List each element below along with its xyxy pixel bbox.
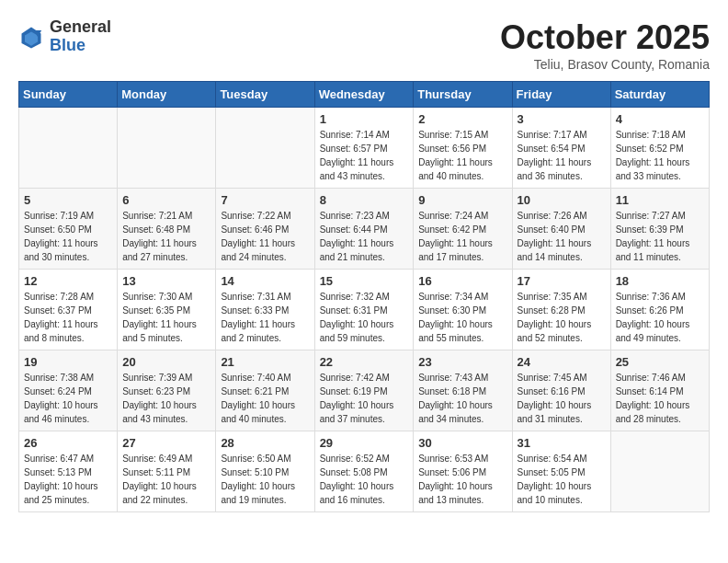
sunset-label: Sunset: 6:37 PM [24,305,92,316]
sunset-label: Sunset: 6:30 PM [418,305,486,316]
sunrise-label: Sunrise: 7:17 AM [518,130,587,140]
day-number: 19 [24,355,112,369]
sunset-label: Sunset: 6:48 PM [122,224,190,235]
day-info: Sunrise: 7:40 AM Sunset: 6:21 PM Dayligh… [221,371,309,426]
day-info: Sunrise: 6:54 AM Sunset: 5:05 PM Dayligh… [518,452,606,507]
calendar-week-row: 19 Sunrise: 7:38 AM Sunset: 6:24 PM Dayl… [19,350,710,431]
sunrise-label: Sunrise: 6:53 AM [418,454,488,464]
calendar-cell: 26 Sunrise: 6:47 AM Sunset: 5:13 PM Dayl… [19,431,118,512]
daylight-label: Daylight: 11 hours and 2 minutes. [221,319,295,343]
day-info: Sunrise: 7:26 AM Sunset: 6:40 PM Dayligh… [518,209,606,264]
sunset-label: Sunset: 6:28 PM [518,305,586,316]
day-info: Sunrise: 7:31 AM Sunset: 6:33 PM Dayligh… [221,290,309,345]
calendar-cell: 5 Sunrise: 7:19 AM Sunset: 6:50 PM Dayli… [19,189,118,270]
day-number: 21 [221,355,309,369]
calendar-week-row: 12 Sunrise: 7:28 AM Sunset: 6:37 PM Dayl… [19,270,710,350]
daylight-label: Daylight: 11 hours and 24 minutes. [221,238,295,262]
daylight-label: Daylight: 10 hours and 16 minutes. [320,481,394,505]
sunrise-label: Sunrise: 7:21 AM [122,211,192,221]
calendar-cell: 24 Sunrise: 7:45 AM Sunset: 6:16 PM Dayl… [512,350,610,431]
day-number: 15 [320,274,409,288]
sunset-label: Sunset: 6:35 PM [122,305,190,316]
calendar-cell: 10 Sunrise: 7:26 AM Sunset: 6:40 PM Dayl… [512,189,610,270]
calendar-cell: 14 Sunrise: 7:31 AM Sunset: 6:33 PM Dayl… [216,270,314,350]
calendar-cell: 3 Sunrise: 7:17 AM Sunset: 6:54 PM Dayli… [512,108,610,189]
daylight-label: Daylight: 11 hours and 30 minutes. [24,238,98,262]
sunset-label: Sunset: 6:16 PM [518,386,586,396]
daylight-label: Daylight: 10 hours and 52 minutes. [518,319,592,343]
day-number: 17 [518,274,606,288]
logo-icon [18,24,44,50]
calendar-cell [118,108,216,189]
sunset-label: Sunset: 6:19 PM [320,386,388,396]
day-number: 14 [221,274,309,288]
day-number: 12 [24,274,112,288]
daylight-label: Daylight: 10 hours and 10 minutes. [518,481,592,505]
day-number: 16 [418,274,506,288]
sunrise-label: Sunrise: 7:36 AM [616,292,686,302]
sunrise-label: Sunrise: 7:40 AM [221,373,290,383]
calendar-week-row: 1 Sunrise: 7:14 AM Sunset: 6:57 PM Dayli… [19,108,710,189]
sunrise-label: Sunrise: 7:34 AM [418,292,488,302]
daylight-label: Daylight: 10 hours and 22 minutes. [122,481,197,505]
day-info: Sunrise: 7:35 AM Sunset: 6:28 PM Dayligh… [518,290,606,345]
calendar-week-row: 5 Sunrise: 7:19 AM Sunset: 6:50 PM Dayli… [19,189,710,270]
sunset-label: Sunset: 6:24 PM [24,386,92,396]
sunset-label: Sunset: 5:10 PM [221,467,289,477]
sunset-label: Sunset: 6:40 PM [518,224,586,235]
sunrise-label: Sunrise: 7:22 AM [221,211,290,221]
logo-general: General [50,18,111,37]
calendar-cell: 11 Sunrise: 7:27 AM Sunset: 6:39 PM Dayl… [610,189,709,270]
day-info: Sunrise: 6:47 AM Sunset: 5:13 PM Dayligh… [24,452,112,507]
sunrise-label: Sunrise: 7:19 AM [24,211,94,221]
daylight-label: Daylight: 10 hours and 13 minutes. [418,481,493,505]
sunrise-label: Sunrise: 7:28 AM [24,292,94,302]
calendar-cell: 12 Sunrise: 7:28 AM Sunset: 6:37 PM Dayl… [19,270,118,350]
daylight-label: Daylight: 11 hours and 40 minutes. [418,157,493,181]
calendar: SundayMondayTuesdayWednesdayThursdayFrid… [18,81,710,512]
day-number: 3 [518,112,606,126]
day-info: Sunrise: 6:50 AM Sunset: 5:10 PM Dayligh… [221,452,309,507]
sunrise-label: Sunrise: 7:38 AM [24,373,94,383]
day-number: 24 [518,355,606,369]
daylight-label: Daylight: 11 hours and 33 minutes. [616,157,690,181]
sunset-label: Sunset: 6:46 PM [221,224,289,235]
sunset-label: Sunset: 5:11 PM [122,467,190,477]
sunset-label: Sunset: 5:05 PM [518,467,586,477]
calendar-cell: 23 Sunrise: 7:43 AM Sunset: 6:18 PM Dayl… [414,350,512,431]
day-number: 27 [122,436,210,450]
day-info: Sunrise: 7:30 AM Sunset: 6:35 PM Dayligh… [122,290,210,345]
sunset-label: Sunset: 5:13 PM [24,467,92,477]
weekday-header: Wednesday [314,82,414,108]
day-number: 23 [418,355,506,369]
sunset-label: Sunset: 6:33 PM [221,305,289,316]
day-number: 26 [24,436,112,450]
day-number: 28 [221,436,309,450]
daylight-label: Daylight: 11 hours and 11 minutes. [616,238,690,262]
sunrise-label: Sunrise: 7:31 AM [221,292,290,302]
sunrise-label: Sunrise: 7:45 AM [518,373,587,383]
sunrise-label: Sunrise: 7:23 AM [320,211,390,221]
sunset-label: Sunset: 6:42 PM [418,224,486,235]
calendar-cell: 18 Sunrise: 7:36 AM Sunset: 6:26 PM Dayl… [610,270,709,350]
day-number: 9 [418,193,506,207]
sunrise-label: Sunrise: 7:27 AM [616,211,686,221]
calendar-cell: 16 Sunrise: 7:34 AM Sunset: 6:30 PM Dayl… [414,270,512,350]
sunrise-label: Sunrise: 6:50 AM [221,454,290,464]
daylight-label: Daylight: 11 hours and 27 minutes. [122,238,197,262]
day-info: Sunrise: 7:27 AM Sunset: 6:39 PM Dayligh… [616,209,704,264]
weekday-header: Thursday [414,82,512,108]
sunset-label: Sunset: 6:56 PM [418,144,486,154]
day-info: Sunrise: 6:52 AM Sunset: 5:08 PM Dayligh… [320,452,409,507]
sunset-label: Sunset: 5:08 PM [320,467,388,477]
day-info: Sunrise: 6:53 AM Sunset: 5:06 PM Dayligh… [418,452,506,507]
day-info: Sunrise: 7:46 AM Sunset: 6:14 PM Dayligh… [616,371,704,426]
day-info: Sunrise: 7:19 AM Sunset: 6:50 PM Dayligh… [24,209,112,264]
day-info: Sunrise: 7:14 AM Sunset: 6:57 PM Dayligh… [320,128,409,183]
sunrise-label: Sunrise: 6:49 AM [122,454,192,464]
calendar-cell: 22 Sunrise: 7:42 AM Sunset: 6:19 PM Dayl… [314,350,414,431]
day-info: Sunrise: 7:42 AM Sunset: 6:19 PM Dayligh… [320,371,409,426]
sunset-label: Sunset: 6:52 PM [616,144,684,154]
day-info: Sunrise: 7:23 AM Sunset: 6:44 PM Dayligh… [320,209,409,264]
sunset-label: Sunset: 6:57 PM [320,144,388,154]
